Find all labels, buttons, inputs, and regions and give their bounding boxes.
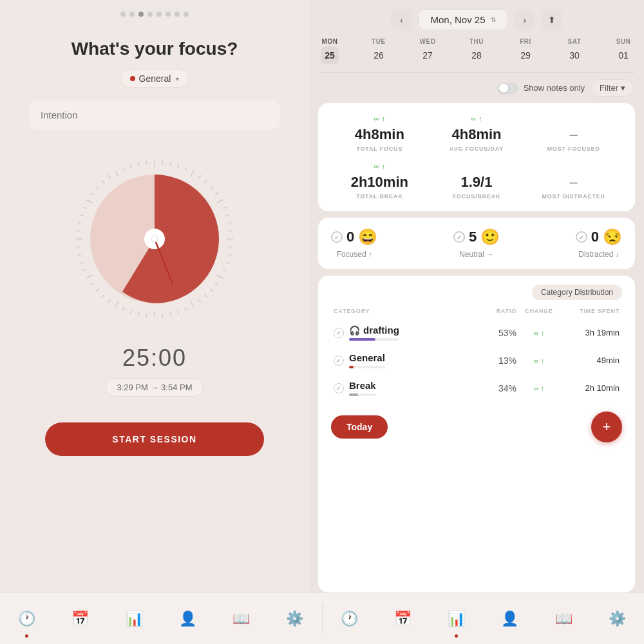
calendar-icon-right: 📅 (394, 611, 412, 627)
stat-avg-focus-indicator: ∞ ↑ (471, 115, 482, 122)
up-arrow-icon-2: ↑ (478, 115, 482, 122)
stat-most-focused-value: – (570, 126, 578, 143)
cat-check-break: ✓ (334, 383, 344, 393)
chart-icon-left: 📊 (126, 611, 143, 627)
svg-line-35 (115, 301, 118, 307)
cat-time-general: 49min (562, 355, 620, 365)
mood-neutral: ✓ 5 🙂 Neutral → (453, 228, 500, 259)
book-icon-left: 📖 (232, 611, 250, 627)
svg-line-52 (96, 186, 99, 189)
nav-item-profile-right[interactable]: 👤 (483, 593, 536, 644)
svg-line-3 (178, 164, 179, 168)
current-date: Mon, Nov 25 (430, 14, 485, 25)
nav-item-profile-left[interactable]: 👤 (161, 593, 214, 644)
nav-item-settings-left[interactable]: ⚙️ (268, 593, 321, 644)
nav-item-timer-right[interactable]: 🕐 (323, 593, 376, 644)
book-icon-right: 📖 (555, 611, 573, 627)
nav-item-stats-left[interactable]: 📊 (108, 593, 161, 644)
svg-line-39 (91, 283, 94, 285)
day-sat[interactable]: SAT 30 (565, 38, 583, 64)
cat-bar-wrapper-drafting (349, 338, 399, 341)
svg-line-24 (198, 299, 201, 303)
day-fri[interactable]: FRI 29 (516, 38, 535, 64)
mood-distracted-check: ✓ (576, 231, 587, 243)
mood-neutral-top: ✓ 5 🙂 (453, 228, 500, 246)
day-mon[interactable]: MON 25 (321, 38, 339, 64)
infinity-icon: ∞ (374, 115, 379, 122)
add-button[interactable]: + (591, 412, 622, 442)
clock-icon-right: 🕐 (341, 611, 358, 627)
day-tue[interactable]: TUE 26 (370, 38, 388, 64)
stat-focus-break: – 1.9/1 FOCUS/BREAK (428, 162, 526, 200)
mood-neutral-check: ✓ (453, 231, 465, 243)
share-button[interactable]: ⬆ (542, 10, 562, 30)
show-notes-toggle[interactable]: Show notes only (498, 82, 585, 94)
svg-line-56 (122, 167, 124, 171)
nav-right-half: 🕐 📅 📊 👤 📖 ⚙️ (323, 593, 645, 644)
gear-icon-left: ⚙️ (286, 611, 303, 627)
dot-2 (129, 12, 135, 17)
category-selector[interactable]: General ▾ (120, 70, 189, 88)
prev-date-button[interactable]: ‹ (391, 10, 412, 30)
intention-input[interactable] (29, 100, 280, 129)
next-date-button[interactable]: › (515, 10, 535, 30)
calendar-icon-left: 📅 (71, 611, 89, 627)
cat-name-block-general: General (349, 352, 385, 368)
nav-item-calendar-right[interactable]: 📅 (376, 593, 430, 644)
mood-focused: ✓ 0 😄 Focused ↑ (331, 228, 377, 259)
week-days-bar: MON 25 TUE 26 WED 27 THU 28 FRI 29 SAT 3… (318, 38, 635, 64)
day-name-sun: SUN (616, 38, 631, 45)
timer-display: 25:00 (122, 345, 187, 372)
nav-item-library-right[interactable]: 📖 (537, 593, 591, 644)
bottom-navigation: 🕐 📅 📊 👤 📖 ⚙️ 🕐 📅 📊 👤 (0, 592, 644, 644)
up-arrow-general: ↑ (541, 357, 545, 365)
cat-time-break: 2h 10min (562, 383, 620, 393)
svg-line-1 (162, 161, 163, 165)
cat-change-general: ∞ ↑ (516, 357, 562, 365)
infinity-icon-break: ∞ (534, 384, 539, 392)
day-num-mon: 25 (321, 46, 339, 64)
svg-point-63 (151, 236, 158, 242)
nav-item-stats-right[interactable]: 📊 (430, 593, 483, 644)
filter-button[interactable]: Filter ▾ (591, 79, 634, 97)
mood-focused-emoji: 😄 (358, 228, 377, 246)
cat-icon-drafting: 🎧 (349, 325, 360, 336)
day-num-thu: 28 (468, 46, 486, 64)
day-wed[interactable]: WED 27 (419, 38, 437, 64)
start-session-button[interactable]: START SESSION (45, 422, 264, 456)
svg-line-49 (83, 207, 86, 208)
svg-line-14 (229, 231, 232, 231)
category-name-cell-drafting: ✓ 🎧 drafting (334, 325, 465, 341)
nav-item-settings-right[interactable]: ⚙️ (591, 593, 644, 644)
date-selector[interactable]: Mon, Nov 25 ⇅ (418, 9, 507, 30)
category-header: Category Distribution (331, 285, 622, 300)
svg-line-55 (115, 171, 118, 176)
stat-most-focused-label: MOST FOCUSED (547, 146, 600, 152)
nav-item-library-left[interactable]: 📖 (214, 593, 268, 644)
category-row-break: ✓ Break 34% ∞ ↑ 2h 10min (331, 376, 622, 400)
svg-line-32 (138, 312, 139, 316)
svg-line-22 (210, 289, 213, 292)
svg-line-31 (146, 313, 147, 317)
filter-label: Filter (600, 83, 618, 93)
stat-avg-focus-value: 4h8min (451, 126, 501, 143)
day-thu[interactable]: THU 28 (468, 38, 486, 64)
svg-line-9 (215, 193, 218, 195)
divider (318, 72, 635, 73)
cat-bar-general (349, 366, 354, 368)
plus-icon: + (603, 419, 611, 435)
nav-item-timer-left[interactable]: 🕐 (0, 593, 53, 644)
cat-name-drafting: drafting (363, 325, 399, 336)
category-distribution-button[interactable]: Category Distribution (532, 285, 622, 300)
category-row-drafting: ✓ 🎧 drafting 53% ∞ ↑ (331, 321, 622, 345)
chart-icon-right: 📊 (448, 611, 465, 627)
time-range-display: 3:29 PM → 3:54 PM (106, 378, 203, 397)
toggle-switch[interactable] (498, 82, 518, 94)
infinity-icon-3: ∞ (374, 162, 379, 170)
cat-name-block-break: Break (349, 380, 376, 396)
today-button[interactable]: Today (331, 415, 388, 439)
nav-item-calendar-left[interactable]: 📅 (53, 593, 107, 644)
svg-line-59 (146, 161, 147, 165)
day-sun[interactable]: SUN 01 (614, 38, 632, 64)
svg-line-6 (198, 175, 201, 178)
